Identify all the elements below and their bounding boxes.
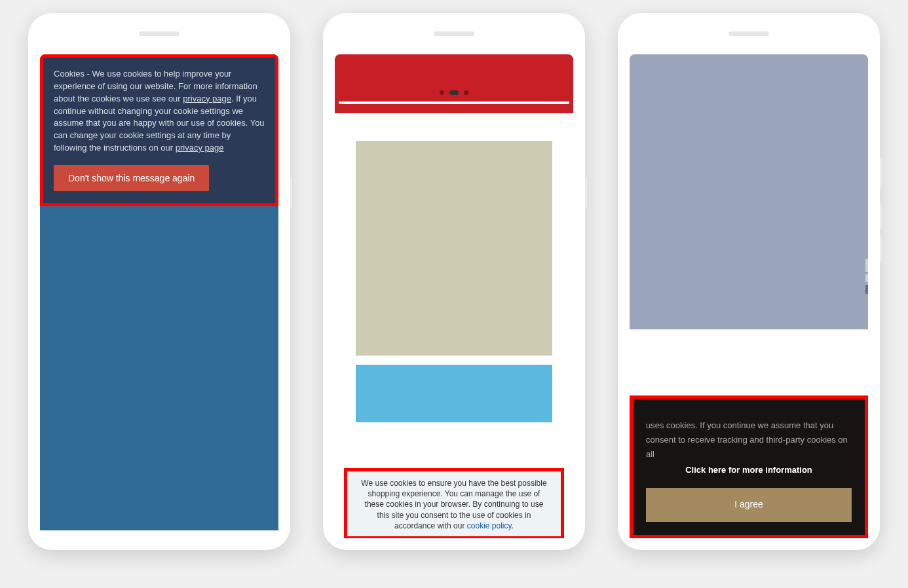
scrollbar-segment bbox=[865, 259, 868, 272]
cookie-banner-bottom: uses cookies. If you continue we assume … bbox=[630, 395, 868, 538]
page-body-placeholder bbox=[40, 206, 278, 530]
scrollbar-segment bbox=[865, 285, 868, 294]
phone-screen: We use cookies to ensure you have the be… bbox=[335, 54, 573, 538]
page-body-placeholder bbox=[630, 54, 868, 329]
carousel-dot[interactable] bbox=[464, 90, 468, 95]
phone-side-button bbox=[880, 203, 882, 229]
phone-side-button bbox=[880, 157, 882, 189]
scrollbar-segment bbox=[865, 274, 868, 282]
more-info-link[interactable]: Click here for more information bbox=[646, 463, 852, 477]
phone-side-button bbox=[585, 177, 587, 208]
phone-mockup-1: Cookies - We use cookies to help improve… bbox=[28, 13, 290, 550]
phone-side-button bbox=[290, 177, 292, 208]
carousel-dot-active[interactable] bbox=[449, 90, 459, 95]
cookie-banner-top: Cookies - We use cookies to help improve… bbox=[40, 54, 278, 206]
cookie-policy-link[interactable]: cookie policy bbox=[467, 521, 512, 530]
cookie-banner-text: We use cookies to ensure you have the be… bbox=[361, 479, 546, 530]
phone-screen: Cookies - We use cookies to help improve… bbox=[40, 54, 278, 538]
phone-speaker bbox=[139, 31, 180, 36]
privacy-page-link-2[interactable]: privacy page bbox=[176, 143, 224, 153]
phone-speaker bbox=[434, 31, 474, 36]
carousel-dots bbox=[440, 90, 468, 95]
phone-screen: uses cookies. If you continue we assume … bbox=[630, 54, 868, 538]
phone-mockup-2: We use cookies to ensure you have the be… bbox=[323, 13, 585, 550]
cookie-banner-bottom: We use cookies to ensure you have the be… bbox=[344, 468, 564, 538]
cookie-banner-text: uses cookies. If you continue we assume … bbox=[646, 418, 852, 462]
phone-speaker bbox=[728, 31, 769, 36]
phone-mockup-3: uses cookies. If you continue we assume … bbox=[618, 13, 880, 550]
content-card-2 bbox=[356, 365, 552, 422]
page-header bbox=[335, 54, 573, 113]
cookie-banner-text: Cookies - We use cookies to help improve… bbox=[54, 68, 265, 155]
cookie-text-period: . bbox=[512, 521, 514, 530]
carousel-dot[interactable] bbox=[440, 90, 444, 95]
phone-side-button bbox=[880, 236, 882, 262]
dismiss-button[interactable]: Don't show this message again bbox=[54, 165, 209, 191]
content-card-1 bbox=[356, 141, 552, 356]
agree-button[interactable]: I agree bbox=[646, 488, 852, 522]
privacy-page-link-1[interactable]: privacy page bbox=[183, 94, 231, 103]
